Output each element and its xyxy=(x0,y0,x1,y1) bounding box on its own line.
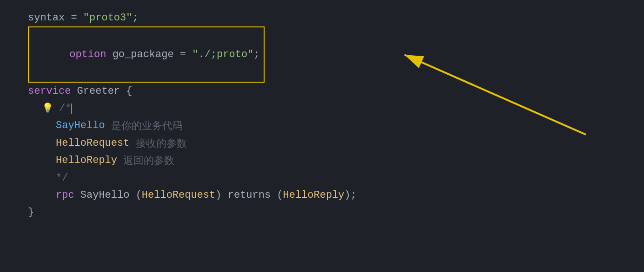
code-token: HelloRequest xyxy=(56,135,129,152)
code-line-1: syntax = "proto3"; xyxy=(28,9,644,26)
code-editor: syntax = "proto3"; option go_package = "… xyxy=(0,0,644,272)
code-token: ) returns ( xyxy=(215,187,283,204)
code-line-5: SayHello 是你的业务代码 xyxy=(28,117,644,134)
code-token: } xyxy=(28,204,34,221)
code-token: syntax xyxy=(28,9,65,26)
code-token-chinese: 是你的业务代码 xyxy=(111,117,183,134)
code-line-9: rpc SayHello (HelloRequest) returns (Hel… xyxy=(28,187,644,204)
code-token: HelloReply xyxy=(56,152,117,169)
code-token: */ xyxy=(56,169,68,187)
bulb-icon: 💡 xyxy=(42,101,53,117)
text-cursor xyxy=(71,104,72,114)
code-line-6: HelloRequest 接收的参数 xyxy=(28,135,644,152)
code-token xyxy=(105,117,111,134)
code-line-10: } xyxy=(28,204,644,221)
code-token: option xyxy=(69,49,106,60)
code-token: HelloRequest xyxy=(142,187,215,204)
code-token: ; xyxy=(253,49,259,60)
code-token: rpc xyxy=(56,187,74,204)
code-token: /* xyxy=(59,100,71,117)
code-token: service xyxy=(28,83,71,100)
code-line-8: */ xyxy=(28,169,644,187)
code-token: ; xyxy=(132,9,138,26)
code-token: = xyxy=(65,9,83,26)
code-line-4: 💡 /* xyxy=(28,100,644,117)
code-token: "./;proto" xyxy=(192,49,253,60)
code-token-chinese: 接收的参数 xyxy=(136,135,187,152)
code-token: SayHello xyxy=(56,117,105,134)
code-token: HelloReply xyxy=(283,187,345,204)
code-token: Greeter { xyxy=(71,83,132,100)
code-token xyxy=(129,135,135,152)
code-token xyxy=(117,152,123,169)
code-line-3: service Greeter { xyxy=(28,83,644,100)
code-token: ); xyxy=(345,187,357,204)
code-line-7: HelloReply 返回的参数 xyxy=(28,152,644,169)
code-token: SayHello ( xyxy=(74,187,142,204)
highlighted-code-box: option go_package = "./;proto"; xyxy=(28,26,265,82)
code-token: "proto3" xyxy=(83,9,133,26)
code-token-chinese: 返回的参数 xyxy=(123,152,174,169)
code-token: go_package = xyxy=(106,49,192,60)
code-line-2: option go_package = "./;proto"; xyxy=(28,26,644,82)
